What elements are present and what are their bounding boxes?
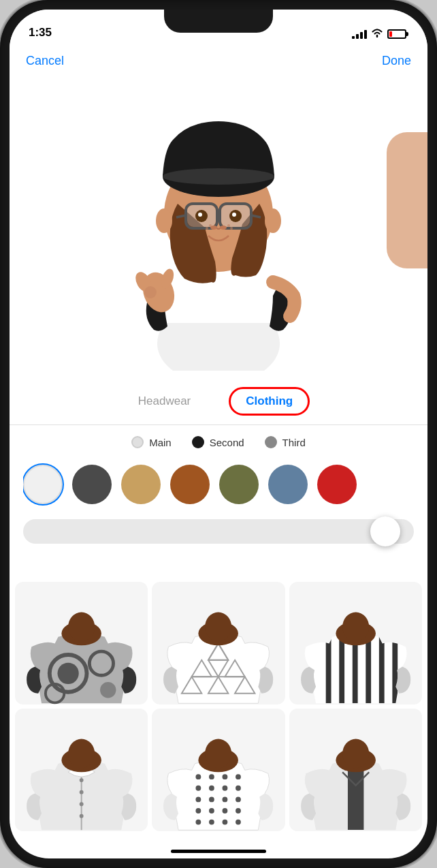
color-swatches xyxy=(23,459,414,512)
svg-point-18 xyxy=(209,224,212,227)
svg-point-72 xyxy=(223,786,228,791)
svg-point-15 xyxy=(232,213,236,217)
svg-point-32 xyxy=(100,682,116,698)
svg-point-25 xyxy=(144,286,157,298)
svg-point-26 xyxy=(156,208,172,233)
svg-point-55 xyxy=(80,778,84,782)
svg-point-67 xyxy=(209,786,214,791)
color-tab-third[interactable]: Third xyxy=(265,436,306,448)
svg-point-82 xyxy=(205,739,231,769)
done-button[interactable]: Done xyxy=(382,54,411,68)
clothing-item-6[interactable] xyxy=(289,709,422,831)
svg-point-27 xyxy=(265,208,281,233)
status-time: 1:35 xyxy=(29,26,52,40)
svg-point-20 xyxy=(227,224,230,227)
svg-point-76 xyxy=(236,774,241,779)
svg-rect-51 xyxy=(392,634,398,704)
svg-point-14 xyxy=(198,213,202,217)
swatch-brown[interactable] xyxy=(170,465,210,504)
home-indicator[interactable] xyxy=(171,850,266,853)
svg-rect-46 xyxy=(325,634,331,704)
svg-point-77 xyxy=(236,786,241,791)
svg-point-79 xyxy=(236,808,241,813)
svg-point-85 xyxy=(342,739,369,769)
clothing-item-5[interactable] xyxy=(152,709,285,831)
memoji-avatar xyxy=(110,84,327,371)
clothing-item-2[interactable] xyxy=(152,582,285,704)
avatar-area xyxy=(10,78,427,377)
clothing-item-3[interactable] xyxy=(289,582,422,704)
second-label: Second xyxy=(210,437,244,448)
svg-point-60 xyxy=(68,739,95,769)
svg-point-63 xyxy=(196,796,201,802)
swatch-white[interactable] xyxy=(23,465,63,504)
svg-rect-49 xyxy=(366,634,371,704)
color-tab-second[interactable]: Second xyxy=(192,436,244,448)
category-tabs: Headwear Clothing xyxy=(10,377,427,425)
svg-point-66 xyxy=(209,774,214,779)
wifi-icon xyxy=(371,28,383,40)
cancel-button[interactable]: Cancel xyxy=(26,54,64,68)
svg-point-80 xyxy=(236,820,241,825)
color-slider-container xyxy=(23,512,414,553)
svg-point-58 xyxy=(80,814,84,818)
notch xyxy=(164,10,273,33)
svg-point-53 xyxy=(342,613,369,642)
color-type-tabs: Main Second Third xyxy=(23,425,414,459)
second-dot xyxy=(192,436,204,448)
svg-point-57 xyxy=(80,802,84,806)
swatch-dark-gray[interactable] xyxy=(72,465,112,504)
color-tab-main[interactable]: Main xyxy=(131,436,172,448)
svg-point-71 xyxy=(223,774,228,779)
phone-screen: 1:35 xyxy=(10,10,427,858)
swatch-tan[interactable] xyxy=(121,465,161,504)
main-dot xyxy=(131,436,144,448)
svg-point-17 xyxy=(220,226,227,230)
svg-point-4 xyxy=(163,168,274,185)
clothing-item-4[interactable] xyxy=(15,709,148,831)
third-dot xyxy=(265,436,277,448)
svg-point-61 xyxy=(196,774,201,779)
battery-icon xyxy=(387,29,408,39)
signal-icon xyxy=(352,29,367,39)
svg-point-65 xyxy=(196,820,201,825)
clothing-grid xyxy=(10,582,427,831)
svg-point-21 xyxy=(230,227,233,230)
main-label: Main xyxy=(149,437,172,448)
svg-point-34 xyxy=(68,613,95,642)
tab-headwear[interactable]: Headwear xyxy=(127,389,202,414)
svg-point-62 xyxy=(196,786,201,791)
svg-point-74 xyxy=(223,808,228,813)
svg-point-29 xyxy=(58,663,79,684)
svg-rect-47 xyxy=(339,634,344,704)
color-slider-track[interactable] xyxy=(23,519,414,544)
svg-point-45 xyxy=(205,613,231,642)
color-section: Main Second Third xyxy=(10,425,427,553)
clothing-item-1[interactable] xyxy=(15,582,148,704)
swatch-blue-gray[interactable] xyxy=(268,465,308,504)
svg-point-73 xyxy=(223,796,228,802)
side-avatar-peek xyxy=(387,132,427,268)
svg-point-78 xyxy=(236,796,241,802)
status-icons xyxy=(352,28,408,40)
svg-point-70 xyxy=(209,820,214,825)
svg-rect-50 xyxy=(379,634,385,704)
svg-point-56 xyxy=(80,790,84,794)
third-label: Third xyxy=(282,437,306,448)
svg-point-64 xyxy=(196,808,201,813)
svg-point-19 xyxy=(206,227,208,230)
phone-frame: 1:35 xyxy=(0,0,437,868)
swatch-red[interactable] xyxy=(317,465,357,504)
svg-point-75 xyxy=(223,820,228,825)
svg-rect-83 xyxy=(348,764,363,831)
color-slider-thumb[interactable] xyxy=(370,516,400,546)
tab-clothing[interactable]: Clothing xyxy=(229,387,310,416)
svg-point-69 xyxy=(209,808,214,813)
nav-bar: Cancel Done xyxy=(10,44,427,78)
svg-point-68 xyxy=(209,796,214,802)
swatch-olive[interactable] xyxy=(219,465,259,504)
